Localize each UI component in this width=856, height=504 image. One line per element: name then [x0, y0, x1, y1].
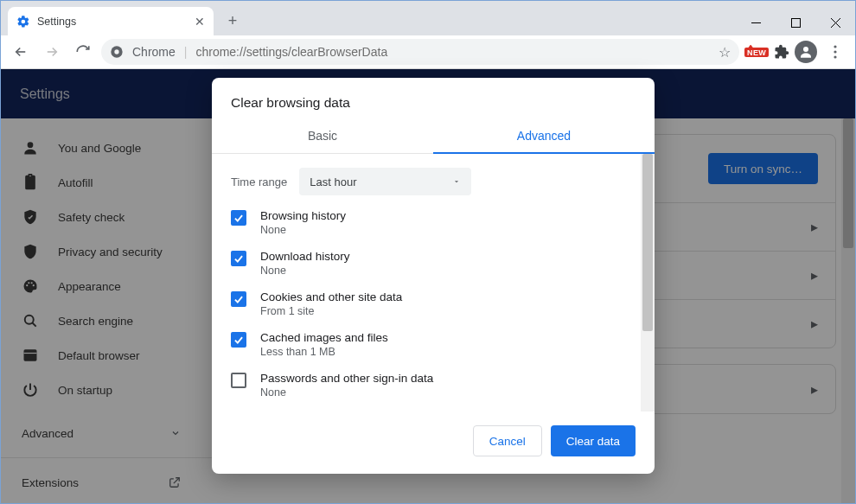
new-tab-button[interactable]: + [220, 9, 245, 33]
window-controls [736, 10, 855, 35]
option-text: Cookies and other site dataFrom 1 site [260, 290, 402, 317]
option-subtitle: None [260, 265, 350, 277]
checkbox[interactable] [231, 332, 246, 348]
url-text: chrome://settings/clearBrowserData [195, 45, 387, 59]
tab-basic[interactable]: Basic [212, 118, 433, 153]
chrome-shield-icon [110, 45, 124, 59]
tab-title: Settings [37, 16, 76, 28]
cancel-button[interactable]: Cancel [473, 425, 542, 456]
option-row: Download historyNone [231, 250, 636, 277]
dialog-scrollbar[interactable] [641, 154, 655, 411]
svg-point-9 [834, 55, 836, 58]
option-subtitle: From 1 site [260, 305, 402, 317]
svg-marker-20 [455, 181, 458, 182]
close-window-button[interactable] [815, 10, 855, 35]
option-title: Cached images and files [260, 331, 388, 344]
clear-data-button[interactable]: Clear data [551, 425, 636, 456]
option-title: Download history [260, 250, 350, 263]
option-subtitle: None [260, 224, 346, 236]
scrollbar-thumb[interactable] [642, 154, 653, 331]
time-range-value: Last hour [310, 175, 356, 188]
forward-button[interactable] [39, 39, 65, 65]
option-title: Cookies and other site data [260, 290, 402, 303]
svg-rect-1 [791, 18, 800, 27]
checkbox[interactable] [231, 210, 246, 226]
option-row: Passwords and other sign-in dataNone [231, 372, 636, 399]
option-text: Download historyNone [260, 250, 350, 277]
option-text: Passwords and other sign-in dataNone [260, 372, 433, 399]
option-title: Passwords and other sign-in data [260, 372, 433, 385]
option-title: Browsing history [260, 209, 346, 222]
menu-dots-icon[interactable] [822, 39, 848, 65]
browser-tab[interactable]: Settings ✕ [8, 7, 214, 35]
dialog-tabs: Basic Advanced [212, 118, 655, 154]
bookmark-star-icon[interactable]: ☆ [719, 44, 731, 61]
back-button[interactable] [8, 39, 34, 65]
omnibox-separator: | [184, 45, 188, 59]
svg-point-8 [834, 50, 836, 53]
time-range-row: Time range Last hour [231, 168, 636, 195]
new-badge[interactable]: NEW [744, 48, 769, 57]
svg-point-6 [803, 47, 808, 52]
checkbox[interactable] [231, 373, 246, 388]
option-text: Cached images and filesLess than 1 MB [260, 331, 388, 358]
option-subtitle: None [260, 386, 433, 399]
option-subtitle: Less than 1 MB [260, 346, 388, 358]
chevron-down-icon [452, 177, 461, 186]
extensions-icon[interactable] [774, 44, 789, 60]
option-row: Cookies and other site dataFrom 1 site [231, 290, 636, 317]
maximize-button[interactable] [776, 10, 815, 35]
clear-browsing-data-dialog: Clear browsing data Basic Advanced Time … [212, 78, 655, 474]
time-range-select[interactable]: Last hour [299, 168, 471, 195]
option-text: Browsing historyNone [260, 209, 346, 236]
address-bar[interactable]: Chrome | chrome://settings/clearBrowserD… [101, 39, 739, 65]
chrome-label: Chrome [132, 45, 176, 59]
toolbar: Chrome | chrome://settings/clearBrowserD… [1, 35, 855, 69]
close-tab-icon[interactable]: ✕ [195, 15, 205, 29]
option-row: Cached images and filesLess than 1 MB [231, 331, 636, 358]
option-row: Browsing historyNone [231, 209, 636, 236]
titlebar: Settings ✕ + [1, 1, 855, 35]
gear-icon [16, 15, 30, 29]
svg-point-7 [834, 45, 836, 48]
dialog-title: Clear browsing data [212, 78, 655, 118]
dialog-footer: Cancel Clear data [212, 411, 655, 474]
checkbox[interactable] [231, 251, 246, 266]
time-range-label: Time range [231, 175, 287, 188]
profile-avatar-icon[interactable] [795, 41, 817, 63]
svg-point-5 [114, 49, 118, 54]
dialog-body: Time range Last hour Browsing historyNon… [212, 154, 655, 411]
minimize-button[interactable] [736, 10, 776, 35]
tab-advanced[interactable]: Advanced [433, 118, 655, 153]
checkbox[interactable] [231, 291, 246, 307]
reload-button[interactable] [70, 39, 96, 65]
